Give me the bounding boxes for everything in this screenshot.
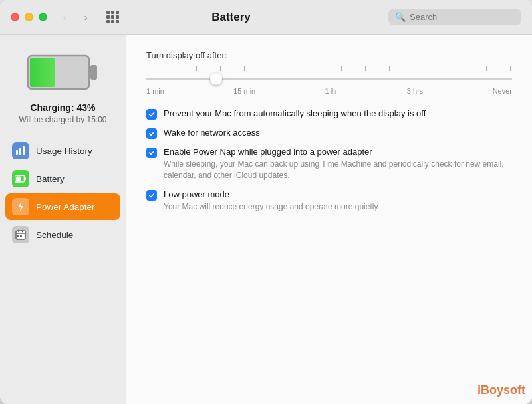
search-bar[interactable]: 🔍 — [388, 9, 521, 25]
slider-wrap — [146, 66, 512, 83]
battery-status: Charging: 43% Will be charged by 15:00 — [0, 45, 126, 138]
svg-rect-8 — [25, 177, 26, 180]
tick-6 — [269, 66, 269, 71]
back-button[interactable]: ‹ — [55, 8, 74, 27]
option-wake-network: Wake for network access — [146, 128, 512, 139]
power-nap-text: Enable Power Nap while plugged into a po… — [164, 147, 512, 181]
power-adapter-icon — [12, 198, 29, 215]
options-list: Prevent your Mac from automatically slee… — [146, 108, 512, 212]
tick-3 — [196, 66, 197, 71]
checkmark-icon-2 — [148, 130, 155, 137]
svg-rect-4 — [19, 148, 21, 155]
slider-label-15min: 15 min — [233, 87, 255, 95]
low-power-checkbox[interactable] — [146, 190, 157, 201]
power-nap-checkbox-wrap[interactable] — [146, 148, 157, 158]
option-prevent-sleep: Prevent your Mac from automatically slee… — [146, 108, 512, 120]
battery-nav-label: Battery — [36, 174, 65, 184]
tick-13 — [438, 66, 438, 71]
power-nap-sublabel: While sleeping, your Mac can back up usi… — [164, 159, 512, 181]
svg-rect-7 — [16, 177, 21, 181]
battery-icon-container — [27, 53, 100, 94]
svg-rect-3 — [16, 150, 18, 155]
window-title: Battery — [74, 11, 388, 24]
tick-16 — [510, 66, 511, 71]
svg-rect-2 — [90, 65, 97, 80]
search-icon: 🔍 — [395, 12, 406, 22]
power-adapter-label: Power Adapter — [36, 202, 95, 212]
sidebar-item-usage-history[interactable]: Usage History — [5, 138, 120, 164]
sidebar: Charging: 43% Will be charged by 15:00 U… — [0, 35, 126, 404]
wake-network-label: Wake for network access — [164, 128, 260, 138]
sidebar-item-schedule[interactable]: Schedule — [5, 221, 120, 248]
slider-label-1min: 1 min — [146, 87, 164, 95]
svg-rect-12 — [22, 230, 23, 233]
schedule-label: Schedule — [36, 230, 73, 240]
tick-11 — [389, 66, 390, 71]
main-content: Charging: 43% Will be charged by 15:00 U… — [0, 35, 532, 404]
detail-panel: Turn display off after: — [126, 35, 532, 404]
fullscreen-button[interactable] — [39, 13, 47, 21]
slider-label-never: Never — [493, 87, 512, 95]
tick-15 — [486, 66, 487, 71]
charge-subtext: Will be charged by 15:00 — [19, 115, 106, 124]
slider-labels: 1 min 15 min 1 hr 3 hrs Never — [146, 87, 512, 95]
tick-4 — [220, 66, 221, 71]
wake-network-text: Wake for network access — [164, 128, 260, 138]
tick-12 — [414, 66, 414, 71]
display-off-slider[interactable] — [146, 78, 512, 80]
close-button[interactable] — [11, 13, 19, 21]
minimize-button[interactable] — [25, 13, 33, 21]
prevent-sleep-checkbox[interactable] — [146, 109, 157, 120]
battery-svg — [27, 53, 100, 92]
prevent-sleep-label: Prevent your Mac from automatically slee… — [164, 108, 426, 118]
low-power-checkbox-wrap[interactable] — [146, 190, 157, 201]
low-power-label: Low power mode — [164, 189, 380, 199]
wake-network-checkbox[interactable] — [146, 128, 157, 139]
power-nap-label: Enable Power Nap while plugged into a po… — [164, 147, 512, 157]
power-nap-checkbox[interactable] — [146, 148, 157, 158]
traffic-lights — [11, 13, 47, 21]
usage-history-icon — [12, 142, 29, 159]
slider-label-1hr: 1 hr — [325, 87, 338, 95]
tick-9 — [341, 66, 342, 71]
svg-rect-1 — [30, 58, 55, 87]
svg-marker-9 — [18, 202, 23, 211]
charging-text: Charging: 43% — [30, 102, 95, 113]
option-low-power: Low power mode Your Mac will reduce ener… — [146, 189, 512, 213]
prevent-sleep-checkbox-wrap[interactable] — [146, 109, 157, 120]
tick-5 — [244, 66, 245, 71]
tick-14 — [462, 66, 462, 71]
tick-7 — [293, 66, 293, 71]
sidebar-item-power-adapter[interactable]: Power Adapter — [5, 193, 120, 220]
search-input[interactable] — [410, 12, 515, 22]
titlebar: ‹ › Battery 🔍 — [0, 0, 532, 35]
slider-section: Turn display off after: — [146, 50, 512, 95]
tick-1 — [148, 66, 148, 71]
battery-nav-icon — [12, 170, 29, 187]
sidebar-item-battery[interactable]: Battery — [5, 165, 120, 192]
tick-8 — [317, 66, 317, 71]
svg-rect-11 — [18, 230, 19, 233]
tick-10 — [365, 66, 366, 71]
usage-history-label: Usage History — [36, 146, 92, 156]
option-power-nap: Enable Power Nap while plugged into a po… — [146, 147, 512, 181]
low-power-text: Low power mode Your Mac will reduce ener… — [164, 189, 380, 213]
low-power-sublabel: Your Mac will reduce energy usage and op… — [164, 201, 380, 213]
schedule-icon — [12, 226, 29, 243]
checkmark-icon — [148, 111, 155, 118]
prevent-sleep-text: Prevent your Mac from automatically slee… — [164, 108, 426, 118]
checkmark-icon-3 — [148, 150, 155, 156]
checkmark-icon-4 — [148, 192, 155, 199]
svg-rect-5 — [23, 146, 25, 155]
sidebar-nav: Usage History Battery — [0, 138, 126, 248]
wake-network-checkbox-wrap[interactable] — [146, 128, 157, 139]
svg-rect-15 — [20, 235, 22, 237]
slider-label: Turn display off after: — [146, 50, 512, 60]
slider-ticks — [146, 66, 512, 71]
svg-rect-14 — [17, 235, 19, 237]
tick-2 — [172, 66, 172, 71]
slider-label-3hrs: 3 hrs — [407, 87, 423, 95]
